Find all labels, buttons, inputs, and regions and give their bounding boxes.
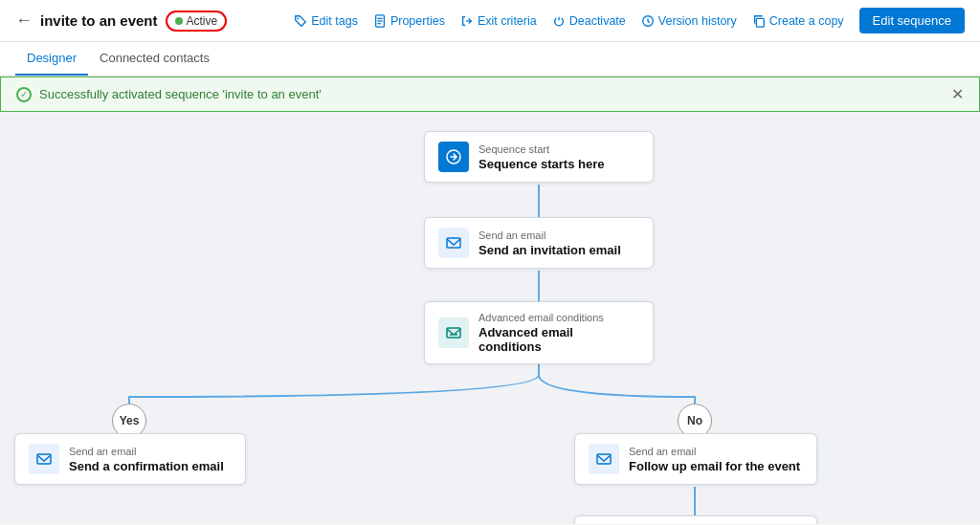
node-advanced-conditions-bottom[interactable]: Advanced email conditions Advanced email… <box>574 515 817 524</box>
exit-criteria-label: Exit criteria <box>478 14 537 28</box>
active-label: Active <box>187 14 218 28</box>
canvas-inner: Sequence start Sequence starts here Send… <box>0 112 980 524</box>
banner-message: Successfully activated sequence 'invite … <box>39 87 322 101</box>
power-icon <box>552 14 566 28</box>
sequence-start-label-small: Sequence start <box>479 143 605 155</box>
send-confirmation-label-main: Send a confirmation email <box>69 459 224 473</box>
follow-up-label-small: Send an email <box>629 446 800 457</box>
exit-icon <box>460 14 474 28</box>
exit-criteria-action[interactable]: Exit criteria <box>460 14 537 28</box>
send-invitation-label-main: Send an invitation email <box>479 243 621 257</box>
sequence-start-icon <box>438 142 469 172</box>
document-icon <box>373 14 387 28</box>
tabs: Designer Connected contacts <box>0 42 980 77</box>
advanced-conditions-top-label-main: Advanced email conditions <box>479 325 639 354</box>
canvas: Sequence start Sequence starts here Send… <box>0 112 980 524</box>
tab-designer[interactable]: Designer <box>15 42 88 76</box>
history-icon <box>641 14 655 28</box>
create-copy-action[interactable]: Create a copy <box>752 14 844 28</box>
send-invitation-icon <box>438 228 469 258</box>
svg-rect-15 <box>447 238 460 248</box>
svg-rect-19 <box>37 454 51 464</box>
header-actions: Edit tags Properties Exit criteria Deact… <box>294 8 965 33</box>
edit-tags-label: Edit tags <box>311 14 358 28</box>
deactivate-label: Deactivate <box>569 14 626 28</box>
properties-action[interactable]: Properties <box>373 14 445 28</box>
back-button[interactable]: ← <box>15 11 33 31</box>
edit-sequence-button[interactable]: Edit sequence <box>859 8 965 33</box>
yes-label: Yes <box>120 414 140 427</box>
advanced-conditions-top-label-small: Advanced email conditions <box>479 312 639 323</box>
version-history-label: Version history <box>658 14 737 28</box>
create-copy-label: Create a copy <box>769 14 844 28</box>
node-send-invitation[interactable]: Send an email Send an invitation email <box>424 217 654 269</box>
edit-tags-action[interactable]: Edit tags <box>294 14 358 28</box>
success-banner: ✓ Successfully activated sequence 'invit… <box>0 77 980 112</box>
node-follow-up-email[interactable]: Send an email Follow up email for the ev… <box>574 433 817 485</box>
deactivate-action[interactable]: Deactivate <box>552 14 626 28</box>
svg-rect-7 <box>756 18 764 27</box>
version-history-action[interactable]: Version history <box>641 14 737 28</box>
node-sequence-start[interactable]: Sequence start Sequence starts here <box>424 131 654 183</box>
success-icon: ✓ <box>16 87 32 102</box>
advanced-conditions-top-icon <box>438 317 469 348</box>
tab-connected-contacts[interactable]: Connected contacts <box>88 42 221 76</box>
active-dot <box>175 17 183 25</box>
follow-up-icon <box>589 444 619 474</box>
banner-content: ✓ Successfully activated sequence 'invit… <box>16 87 322 102</box>
node-send-confirmation[interactable]: Send an email Send a confirmation email <box>14 433 246 485</box>
svg-point-0 <box>298 17 300 19</box>
send-confirmation-icon <box>29 444 59 474</box>
svg-rect-16 <box>447 328 460 338</box>
send-invitation-label-small: Send an email <box>479 230 621 241</box>
close-banner-button[interactable]: ✕ <box>951 85 964 103</box>
send-confirmation-label-small: Send an email <box>69 446 224 457</box>
page-title: invite to an event <box>40 12 158 29</box>
follow-up-label-main: Follow up email for the event <box>629 459 800 473</box>
header: ← invite to an event Active Edit tags Pr… <box>0 0 980 42</box>
copy-icon <box>752 14 766 28</box>
sequence-start-label-main: Sequence starts here <box>479 157 605 171</box>
svg-rect-20 <box>597 454 611 464</box>
header-left: ← invite to an event Active <box>15 11 282 32</box>
no-label: No <box>687 414 702 427</box>
active-badge: Active <box>166 11 228 32</box>
node-advanced-conditions-top[interactable]: Advanced email conditions Advanced email… <box>424 301 654 364</box>
properties-label: Properties <box>390 14 445 28</box>
tag-icon <box>294 14 307 28</box>
